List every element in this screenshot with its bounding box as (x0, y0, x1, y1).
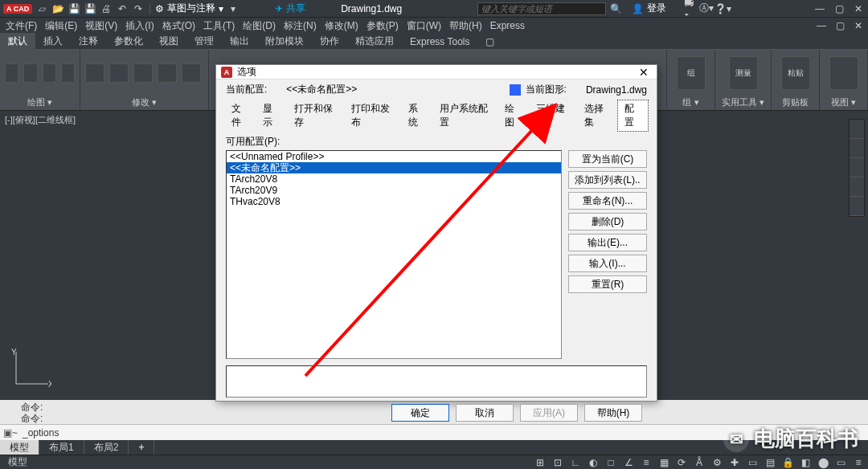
dlgtab-plot[interactable]: 打印和发布 (344, 100, 401, 132)
list-item[interactable]: TArch20V9 (227, 185, 561, 196)
fillet-button[interactable] (182, 63, 201, 83)
lineweight-icon[interactable]: ≡ (640, 457, 653, 468)
tab-insert[interactable]: 插入 (35, 33, 71, 50)
tab-default[interactable]: 默认 (0, 33, 35, 50)
menu-params[interactable]: 参数(P) (364, 19, 401, 33)
maximize-icon[interactable]: ▢ (833, 2, 845, 15)
ok-button[interactable]: 确定 (391, 404, 449, 422)
cleanscreen-icon[interactable]: ▭ (834, 457, 847, 468)
dlgtab-selection[interactable]: 选择集 (577, 100, 617, 132)
panel-modify-title[interactable]: 修改 ▾ (85, 95, 203, 108)
move-button[interactable] (85, 63, 104, 83)
tab-collaborate[interactable]: 协作 (312, 33, 347, 50)
isolate-icon[interactable]: ◧ (799, 457, 812, 468)
list-item[interactable]: TArch20V8 (227, 173, 561, 185)
status-model-label[interactable]: 模型 (8, 455, 27, 469)
polyline-button[interactable] (23, 63, 37, 83)
ortho-icon[interactable]: ∟ (569, 457, 582, 468)
showmotion-icon[interactable] (850, 197, 864, 216)
redo-icon[interactable]: ↷ (132, 2, 145, 15)
autodesk-icon[interactable]: Ⓐ▾ (700, 2, 713, 15)
zoom-extents-icon[interactable] (850, 158, 864, 177)
share-button[interactable]: ✈ 共享 (275, 2, 305, 15)
profile-description[interactable] (226, 365, 647, 398)
panel-draw-title[interactable]: 绘图 ▾ (5, 95, 75, 108)
viewport-label[interactable]: [-][俯视][二维线框] (5, 114, 76, 126)
quickprops-icon[interactable]: ▤ (764, 457, 776, 468)
cart-icon[interactable]: ⛟▾ (684, 2, 697, 15)
menu-help[interactable]: 帮助(H) (447, 19, 485, 33)
dialog-titlebar[interactable]: A 选项 ✕ (216, 65, 657, 80)
workspace-dropdown[interactable]: ⚙ 草图与注释 ▾ (155, 2, 223, 15)
group-button[interactable]: 组 (677, 56, 706, 90)
tab-manage[interactable]: 管理 (186, 33, 222, 50)
line-button[interactable] (5, 63, 18, 83)
grid-icon[interactable]: ⊞ (534, 457, 547, 468)
menu-express[interactable]: Express (488, 20, 527, 31)
dlgtab-drafting[interactable]: 绘图 (497, 100, 529, 132)
menu-tools[interactable]: 工具(T) (201, 19, 237, 33)
doc-minimize-icon[interactable]: — (814, 20, 829, 31)
pan-icon[interactable] (850, 139, 864, 158)
hardware-accel-icon[interactable]: ⬤ (817, 457, 829, 468)
saveas-icon[interactable]: 💾 (84, 2, 96, 15)
units-icon[interactable]: ▭ (746, 457, 759, 468)
rename-button[interactable]: 重命名(N)... (568, 192, 647, 210)
close-icon[interactable]: ✕ (852, 2, 865, 15)
paste-button[interactable]: 粘贴 (781, 56, 810, 90)
tab-view[interactable]: 视图 (151, 33, 186, 50)
arc-button[interactable] (61, 63, 75, 83)
apply-button[interactable]: 应用(A) (520, 404, 578, 422)
help-icon[interactable]: ❔▾ (716, 2, 729, 15)
profiles-listbox[interactable]: <<Unnamed Profile>> <<未命名配置>> TArch20V8 … (226, 150, 562, 359)
doc-close-icon[interactable]: ✕ (852, 20, 865, 31)
search-icon[interactable]: 🔍 (609, 2, 622, 15)
orbit-icon[interactable] (850, 177, 864, 197)
add-to-list-button[interactable]: 添加到列表(L).. (568, 171, 647, 189)
rotate-button[interactable] (109, 63, 129, 83)
dlgtab-system[interactable]: 系统 (401, 100, 432, 132)
transparency-icon[interactable]: ▦ (657, 457, 670, 468)
search-input[interactable] (477, 2, 606, 15)
dlgtab-display[interactable]: 显示 (256, 100, 287, 132)
menu-insert[interactable]: 插入(I) (123, 19, 156, 33)
tab-output[interactable]: 输出 (222, 33, 257, 50)
dlgtab-userpref[interactable]: 用户系统配置 (432, 100, 497, 132)
tab-annotate[interactable]: 注释 (71, 33, 106, 50)
menu-modify[interactable]: 修改(M) (322, 19, 361, 33)
panel-utils-title[interactable]: 实用工具 ▾ (720, 95, 766, 108)
tab-addins[interactable]: 附加模块 (257, 33, 312, 50)
tab-parametric[interactable]: 参数化 (106, 33, 151, 50)
list-item[interactable]: <<Unnamed Profile>> (227, 151, 561, 162)
workspace-icon[interactable]: ⚙ (710, 457, 723, 468)
tab-add-layout[interactable]: + (129, 440, 154, 455)
menu-dimension[interactable]: 标注(N) (281, 19, 319, 33)
annomonitor-icon[interactable]: ✚ (728, 457, 741, 468)
delete-button[interactable]: 删除(D) (568, 213, 647, 230)
mirror-button[interactable] (158, 63, 177, 83)
tab-focus[interactable]: ▢ (477, 35, 502, 49)
qat-overflow-icon[interactable]: ▾ (227, 2, 240, 15)
panel-clipboard-title[interactable]: 剪贴板 (776, 95, 814, 108)
view-button[interactable] (829, 56, 858, 90)
login-button[interactable]: 👤 登录 (632, 2, 666, 15)
full-nav-wheel-icon[interactable] (850, 120, 864, 139)
menu-window[interactable]: 窗口(W) (404, 19, 444, 33)
set-current-button[interactable]: 置为当前(C) (568, 150, 647, 168)
cancel-button[interactable]: 取消 (456, 404, 514, 422)
save-icon[interactable]: 💾 (68, 2, 80, 15)
tab-layout1[interactable]: 布局1 (39, 440, 84, 455)
dlgtab-opensave[interactable]: 打开和保存 (287, 100, 344, 132)
cycling-icon[interactable]: ⟳ (675, 457, 688, 468)
help-button[interactable]: 帮助(H) (584, 404, 642, 422)
undo-icon[interactable]: ↶ (116, 2, 129, 15)
customize-icon[interactable]: ≡ (852, 457, 865, 468)
menu-view[interactable]: 视图(V) (83, 19, 120, 33)
annoscale-icon[interactable]: Å (693, 457, 706, 468)
snap-icon[interactable]: ⊡ (551, 457, 564, 468)
osnap-icon[interactable]: □ (604, 457, 617, 468)
open-icon[interactable]: 📂 (51, 2, 64, 15)
tab-layout2[interactable]: 布局2 (84, 440, 129, 455)
reset-button[interactable]: 重置(R) (568, 275, 647, 293)
trim-button[interactable] (133, 63, 153, 83)
